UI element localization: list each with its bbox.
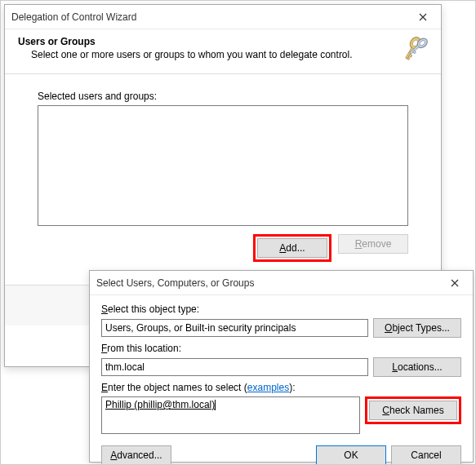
locations-button-label: Locations... <box>392 361 442 373</box>
select-objects-dialog: Select Users, Computers, or Groups Selec… <box>89 270 474 463</box>
dlg2-title: Select Users, Computers, or Groups <box>96 277 254 289</box>
advanced-button[interactable]: Advanced... <box>101 445 171 465</box>
location-label: From this location: <box>101 343 461 354</box>
text-cursor <box>215 400 216 410</box>
object-type-row: Users, Groups, or Built-in security prin… <box>101 318 461 338</box>
ok-button[interactable]: OK <box>316 445 386 465</box>
object-types-button-label: Object Types... <box>385 322 450 334</box>
dlg2-close-button[interactable] <box>436 271 473 295</box>
object-types-button[interactable]: Object Types... <box>373 318 461 338</box>
dlg1-close-button[interactable] <box>404 5 441 29</box>
enter-names-row: Phillip (phillip@thm.local) Check Names <box>101 396 461 434</box>
dlg1-title: Delegation of Control Wizard <box>11 11 136 23</box>
dlg2-ok-cancel: OK Cancel <box>316 445 461 465</box>
enter-names-label: Enter the object names to select (exampl… <box>101 382 461 393</box>
dlg1-button-row: Add... Remove <box>38 234 408 262</box>
add-button-label: Add... <box>279 242 305 254</box>
add-button[interactable]: Add... <box>257 238 327 258</box>
location-field: thm.local <box>101 358 368 376</box>
remove-button: Remove <box>338 234 408 254</box>
selected-users-label: Selected users and groups: <box>38 91 408 102</box>
check-names-button[interactable]: Check Names <box>369 401 457 420</box>
object-names-input[interactable]: Phillip (phillip@thm.local) <box>101 396 360 434</box>
dlg2-body: Select this object type: Users, Groups, … <box>90 295 473 465</box>
object-names-value: Phillip (phillip@thm.local) <box>105 399 215 410</box>
selected-users-listbox[interactable] <box>38 105 408 226</box>
dlg1-header-text: Users or Groups Select one or more users… <box>18 36 353 65</box>
advanced-button-label: Advanced... <box>110 450 162 461</box>
page-subheading: Select one or more users or groups to wh… <box>31 49 353 60</box>
object-type-value: Users, Groups, or Built-in security prin… <box>105 322 296 334</box>
remove-button-label: Remove <box>355 238 392 250</box>
dlg1-header: Users or Groups Select one or more users… <box>5 29 441 74</box>
location-row: thm.local Locations... <box>101 357 461 377</box>
svg-rect-4 <box>407 57 410 60</box>
dlg1-body: Selected users and groups: Add... Remove <box>5 74 441 270</box>
dlg1-titlebar[interactable]: Delegation of Control Wizard <box>5 5 441 29</box>
object-type-label: Select this object type: <box>101 303 461 315</box>
object-type-field: Users, Groups, or Built-in security prin… <box>101 319 368 337</box>
location-value: thm.local <box>105 361 145 373</box>
page-heading: Users or Groups <box>18 36 353 47</box>
dlg2-bottom-row: Advanced... OK Cancel <box>101 445 461 465</box>
close-icon <box>419 13 427 21</box>
check-names-label: Check Names <box>382 405 443 416</box>
cancel-button[interactable]: Cancel <box>391 445 461 465</box>
svg-rect-3 <box>409 54 412 57</box>
locations-button[interactable]: Locations... <box>373 357 461 377</box>
add-button-highlight: Add... <box>253 234 331 262</box>
examples-link[interactable]: examples <box>247 382 289 393</box>
close-icon <box>451 279 459 287</box>
keys-icon <box>398 36 431 69</box>
check-names-highlight: Check Names <box>365 396 461 424</box>
dlg2-titlebar[interactable]: Select Users, Computers, or Groups <box>90 271 473 295</box>
